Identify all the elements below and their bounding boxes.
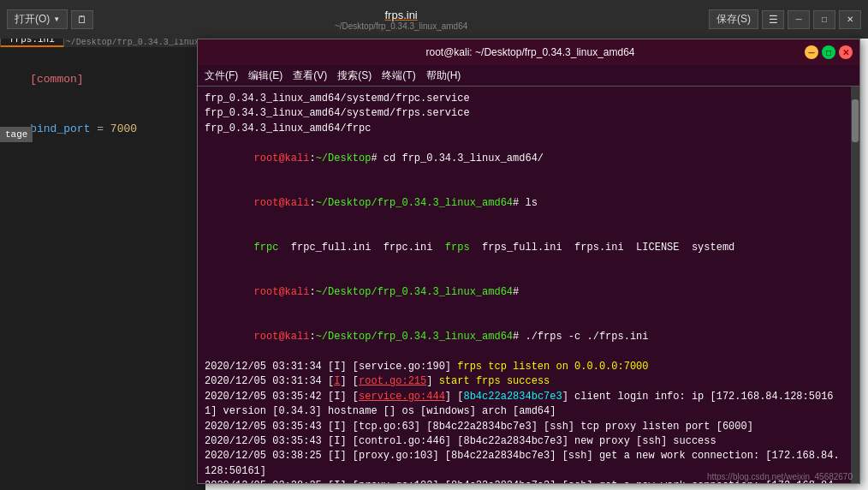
log3-id: 8b4c22a2834bc7e3 [463, 391, 562, 403]
maximize-button[interactable]: □ [813, 10, 835, 29]
terminal-controls: ─ □ ✕ [805, 45, 853, 59]
prompt-colon-4: : [309, 331, 315, 343]
menu-search[interactable]: 搜索(S) [337, 69, 372, 83]
log3-service: service.go:444 [359, 391, 445, 403]
prompt-path-3: ~/Desktop/frp_0.34.3_linux_amd64 [316, 286, 513, 298]
right-controls: 保存(S) ☰ ─ □ ✕ [709, 9, 861, 29]
menu-view[interactable]: 查看(V) [293, 69, 327, 83]
terminal-log-4: 2020/12/05 03:35:43 [I] [tcp.go:63] [8b4… [205, 420, 842, 434]
stage-label: tage [0, 127, 33, 142]
save-label: 保存(S) [716, 12, 751, 27]
code-line-common: [common] [3, 54, 202, 105]
watermark: https://blog.csdn.net/weixin_45682670 [707, 472, 853, 481]
log2-I: I [334, 375, 340, 387]
terminal-line-2: frp_0.34.3_linux_amd64/systemd/frps.serv… [205, 106, 842, 121]
terminal-output: frp_0.34.3_linux_amd64/systemd/frpc.serv… [205, 92, 853, 483]
terminal-log-3: 2020/12/05 03:35:42 [I] [service.go:444]… [205, 390, 842, 420]
prompt-colon-3: : [309, 286, 315, 298]
filename-text: frps.ini [384, 9, 417, 21]
terminal-line-ls: root@kali:~/Desktop/frp_0.34.3_linux_amd… [205, 181, 842, 225]
terminal-maximize-button[interactable]: □ [822, 45, 835, 59]
terminal-line-prompt-empty: root@kali:~/Desktop/frp_0.34.3_linux_amd… [205, 271, 842, 315]
terminal-close-button[interactable]: ✕ [839, 45, 853, 59]
code-line-bindport: bind_port = 7000 [3, 105, 202, 155]
key-text: bind_port [30, 122, 90, 135]
prompt-hash-1: # cd frp_0.34.3_linux_amd64/ [371, 152, 544, 164]
equals-text: = [90, 122, 110, 135]
terminal-line-1: frp_0.34.3_linux_amd64/systemd/frpc.serv… [205, 92, 842, 106]
file-sep2: frps_full.ini frps.ini LICENSE systemd [470, 242, 735, 254]
terminal-scrollbar-thumb[interactable] [852, 99, 859, 142]
prompt-hash-4: # ./frps -c ./frps.ini [513, 331, 648, 343]
prompt-path-2: ~/Desktop/frp_0.34.3_linux_amd64 [316, 197, 513, 209]
terminal-window: root@kali: ~/Desktop/frp_0.34.3_linux_am… [197, 39, 860, 484]
terminal-body[interactable]: frp_0.34.3_linux_amd64/systemd/frpc.serv… [198, 87, 859, 483]
terminal-close-icon: ✕ [842, 48, 849, 57]
maximize-icon: □ [822, 15, 827, 24]
prompt-colon-1: : [309, 152, 315, 164]
terminal-line-cd: root@kali:~/Desktop# cd frp_0.34.3_linux… [205, 136, 842, 181]
terminal-line-files: frpc frpc_full.ini frpc.ini frps frps_fu… [205, 226, 842, 271]
prompt-hash-3: # [513, 286, 519, 298]
save-button[interactable]: 保存(S) [709, 9, 758, 29]
prompt-root-3: root@kali [254, 286, 310, 298]
editor-toolbar [0, 0, 205, 26]
menu-edit[interactable]: 编辑(E) [248, 69, 282, 83]
prompt-root-2: root@kali [254, 197, 310, 209]
terminal-log-2: 2020/12/05 03:31:34 [I] [root.go:215] st… [205, 374, 842, 389]
prompt-path-4: ~/Desktop/frp_0.34.3_linux_amd64 [316, 331, 513, 343]
prompt-hash-2: # ls [513, 197, 538, 209]
terminal-max-icon: □ [826, 48, 831, 57]
terminal-menubar: 文件(F) 编辑(E) 查看(V) 搜索(S) 终端(T) 帮助(H) [198, 65, 859, 87]
prompt-root-1: root@kali [254, 152, 310, 164]
menu-file[interactable]: 文件(F) [205, 69, 238, 83]
close-icon: ✕ [847, 15, 853, 24]
bracket-text: [common] [30, 73, 83, 86]
close-button[interactable]: ✕ [839, 10, 861, 29]
terminal-log-1: 2020/12/05 03:31:34 [I] [service.go:190]… [205, 360, 842, 374]
file-sep1: frpc_full.ini frpc.ini [278, 242, 444, 254]
minimize-button[interactable]: ─ [788, 10, 810, 29]
terminal-minimize-button[interactable]: ─ [805, 45, 818, 59]
log2-highlight: start frps success [439, 375, 550, 387]
editor-content: [common] bind_port = 7000 [0, 47, 205, 490]
terminal-line-run: root@kali:~/Desktop/frp_0.34.3_linux_amd… [205, 315, 842, 360]
prompt-path-1: ~/Desktop [316, 152, 372, 164]
log2-root: root.go:215 [359, 375, 426, 387]
terminal-log-5: 2020/12/05 03:35:43 [I] [control.go:446]… [205, 434, 842, 449]
menu-help[interactable]: 帮助(H) [426, 69, 461, 83]
hamburger-icon: ☰ [769, 14, 778, 26]
menu-icon-button[interactable]: ☰ [762, 10, 784, 29]
file-frpc: frpc [254, 242, 279, 254]
file-frps: frps [445, 242, 470, 254]
terminal-titlebar: root@kali: ~/Desktop/frp_0.34.3_linux_am… [198, 39, 859, 65]
terminal-title: root@kali: ~/Desktop/frp_0.34.3_linux_am… [256, 46, 805, 58]
prompt-colon-2: : [309, 197, 315, 209]
log1-highlight: frps tcp listen on 0.0.0.0:7000 [457, 361, 648, 373]
prompt-root-4: root@kali [254, 331, 310, 343]
minimize-icon: ─ [795, 15, 801, 24]
menu-terminal[interactable]: 终端(T) [382, 69, 415, 83]
terminal-line-3: frp_0.34.3_linux_amd64/frpc [205, 122, 842, 136]
terminal-scrollbar[interactable] [851, 87, 859, 483]
terminal-min-icon: ─ [808, 48, 814, 57]
value-text: 7000 [110, 122, 137, 135]
